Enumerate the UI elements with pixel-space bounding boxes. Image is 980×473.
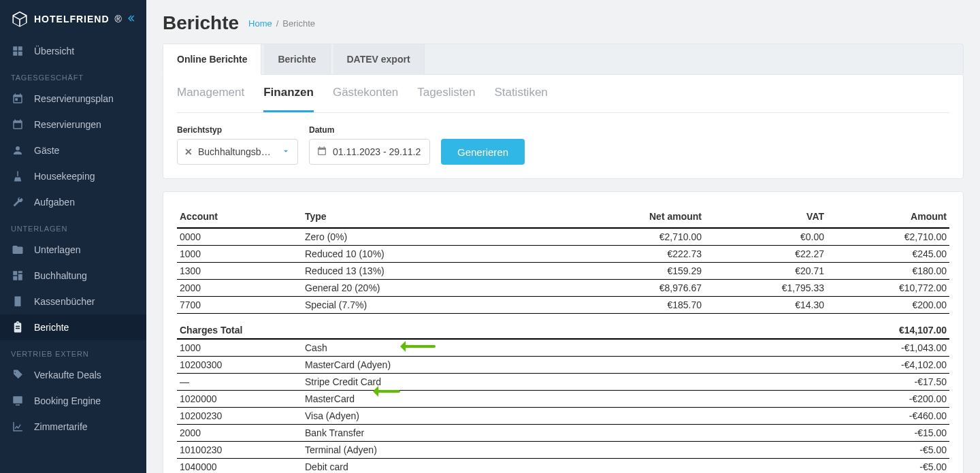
sub-tabs: ManagementFinanzenGästekontenTageslisten…	[177, 75, 949, 113]
receipt-icon	[11, 295, 24, 308]
table-row: 2000General 20 (20%)€8,976.67€1,795.33€1…	[177, 280, 949, 297]
table-row: 0000Zero (0%)€2,710.00€0.00€2,710.00	[177, 228, 949, 246]
sidebar-item-label: Berichte	[34, 322, 69, 333]
tab-reports[interactable]: Berichte	[264, 44, 330, 74]
monitor-cal-icon	[11, 394, 24, 408]
subtab-management[interactable]: Management	[177, 75, 244, 112]
date-label: Datum	[309, 125, 430, 135]
nav-section-label: VERTRIEB EXTERN	[0, 340, 146, 362]
table-row: 7700Special (7.7%)€185.70€14.30€200.00	[177, 297, 949, 314]
sidebar-item-booking[interactable]: Booking Engine	[0, 388, 146, 414]
table-row: 1000Cash-€1,043.00	[177, 339, 949, 357]
tab-datev[interactable]: DATEV export	[333, 44, 425, 74]
subtab-daylists[interactable]: Tageslisten	[417, 75, 475, 112]
sidebar-item-label: Reservierungen	[34, 119, 101, 130]
generate-button[interactable]: Generieren	[441, 139, 525, 165]
col-type: Type	[302, 206, 582, 228]
tab-online_reports[interactable]: Online Berichte	[163, 44, 261, 75]
clipboard-icon	[11, 321, 24, 334]
subtab-finance[interactable]: Finanzen	[263, 75, 314, 112]
tag-icon	[11, 368, 24, 382]
date-range-input[interactable]: 01.11.2023 - 29.11.2	[309, 139, 430, 165]
col-amount: Amount	[827, 206, 949, 228]
breadcrumb: Home / Berichte	[248, 18, 315, 29]
sidebar: HOTELFRIEND® ÜbersichtTAGESGESCHÄFTReser…	[0, 0, 146, 473]
col-account: Account	[177, 206, 302, 228]
sidebar-item-tasks[interactable]: Aufgaben	[0, 189, 146, 215]
accounting-icon	[11, 269, 24, 282]
table-row: 2000Bank Transfer-€15.00	[177, 425, 949, 442]
sidebar-item-label: Housekeeping	[34, 171, 95, 182]
calendar-range-icon	[11, 92, 24, 105]
main-content: Berichte Home / Berichte Online Berichte…	[146, 0, 980, 473]
sidebar-item-resplan[interactable]: Reservierungsplan	[0, 86, 146, 112]
brand[interactable]: HOTELFRIEND®	[11, 10, 122, 28]
report-type-label: Berichtstyp	[177, 125, 298, 135]
table-row: 1000Reduced 10 (10%)€222.73€22.27€245.00	[177, 246, 949, 263]
brand-text: HOTELFRIEND	[34, 14, 110, 25]
annotation-arrow-visa-adyen	[374, 390, 400, 393]
table-row: 1020000MasterCard-€200.00	[177, 391, 949, 408]
sidebar-item-reservations[interactable]: Reservierungen	[0, 112, 146, 137]
breadcrumb-current: Berichte	[282, 18, 315, 29]
table-row: —Stripe Credit Card-€17.50	[177, 374, 949, 391]
cleaning-icon	[11, 169, 24, 183]
outer-tabs: Online BerichteBerichteDATEV export	[163, 44, 964, 74]
sidebar-item-reports[interactable]: Berichte	[0, 314, 146, 340]
sidebar-item-label: Zimmertarife	[34, 421, 88, 432]
sidebar-item-label: Kassenbücher	[34, 296, 95, 307]
table-row: 1040000Debit card-€5.00	[177, 459, 949, 474]
breadcrumb-home[interactable]: Home	[248, 18, 272, 29]
sidebar-item-label: Gäste	[34, 145, 59, 156]
brand-cube-icon	[11, 10, 29, 28]
grid-icon	[11, 44, 24, 58]
sidebar-header: HOTELFRIEND®	[0, 0, 146, 38]
subtab-accounts[interactable]: Gästekonten	[333, 75, 398, 112]
chevron-down-icon	[281, 146, 291, 158]
nav-section-label: UNTERLAGEN	[0, 215, 146, 237]
subtab-stats[interactable]: Statistiken	[494, 75, 547, 112]
sidebar-item-cashbooks[interactable]: Kassenbücher	[0, 289, 146, 314]
table-row: 10200300MasterCard (Adyen)-€4,102.00	[177, 357, 949, 374]
report-table: Account Type Net amount VAT Amount 0000Z…	[177, 206, 949, 473]
sidebar-item-overview[interactable]: Übersicht	[0, 38, 146, 64]
sidebar-item-rates[interactable]: Zimmertarife	[0, 414, 146, 440]
sidebar-item-label: Reservierungsplan	[34, 93, 114, 104]
chart-line-icon	[11, 420, 24, 434]
col-vat: VAT	[704, 206, 827, 228]
person-icon	[11, 144, 24, 157]
page-title: Berichte	[163, 12, 239, 34]
sidebar-item-deals[interactable]: Verkaufte Deals	[0, 362, 146, 388]
table-row: 10100230Terminal (Adyen)-€5.00	[177, 442, 949, 459]
col-net: Net amount	[582, 206, 704, 228]
sidebar-item-label: Verkaufte Deals	[34, 370, 101, 380]
table-row: 10200230Visa (Adyen)-€460.00	[177, 408, 949, 425]
sidebar-item-documents[interactable]: Unterlagen	[0, 237, 146, 263]
charges-total-row: Charges Total€14,107.00	[177, 314, 949, 340]
sidebar-item-label: Booking Engine	[34, 395, 101, 406]
nav-section-label: TAGESGESCHÄFT	[0, 64, 146, 86]
annotation-arrow-mastercard-adyen	[402, 345, 436, 348]
clear-icon[interactable]: ✕	[184, 146, 193, 157]
sidebar-item-accounting[interactable]: Buchhaltung	[0, 263, 146, 289]
sidebar-item-housekeeping[interactable]: Housekeeping	[0, 163, 146, 189]
sidebar-collapse-icon[interactable]	[126, 12, 138, 27]
sidebar-item-label: Unterlagen	[34, 244, 81, 255]
folder-icon	[11, 243, 24, 257]
table-row: 1300Reduced 13 (13%)€159.29€20.71€180.00	[177, 263, 949, 280]
sidebar-item-label: Aufgaben	[34, 197, 75, 208]
sidebar-item-guests[interactable]: Gäste	[0, 137, 146, 163]
wrench-icon	[11, 195, 24, 209]
sidebar-item-label: Übersicht	[34, 46, 74, 56]
calendar-icon	[11, 118, 24, 131]
calendar-icon	[316, 146, 327, 159]
breadcrumb-sep: /	[276, 18, 279, 29]
report-type-select[interactable]: ✕ Buchhaltungsberi…	[177, 139, 298, 165]
sidebar-item-label: Buchhaltung	[34, 270, 87, 281]
